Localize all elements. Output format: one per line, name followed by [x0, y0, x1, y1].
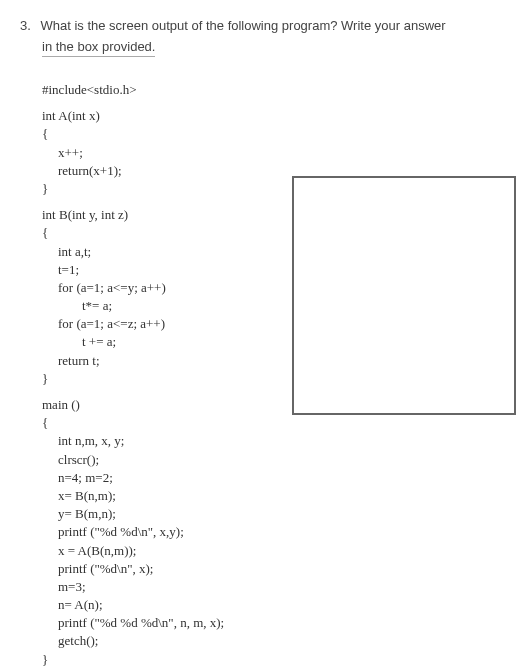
question-text: What is the screen output of the followi…: [40, 18, 445, 33]
code-line: x= B(n,m);: [42, 487, 512, 505]
question-number: 3.: [20, 18, 31, 33]
code-line: }: [42, 651, 512, 668]
code-line: {: [42, 125, 512, 143]
code-line: n= A(n);: [42, 596, 512, 614]
code-line: getch();: [42, 632, 512, 650]
code-line: m=3;: [42, 578, 512, 596]
code-block: #include<stdio.h> int A(int x) { x++; re…: [42, 81, 512, 668]
code-line: printf ("%d %d %d\n", n, m, x);: [42, 614, 512, 632]
code-line: x = A(B(n,m));: [42, 542, 512, 560]
code-line: #include<stdio.h>: [42, 81, 512, 99]
code-line: clrscr();: [42, 451, 512, 469]
question-header: 3. What is the screen output of the foll…: [20, 18, 512, 33]
code-line: x++;: [42, 144, 512, 162]
code-line: printf ("%d %d\n", x,y);: [42, 523, 512, 541]
code-line: int A(int x): [42, 107, 512, 125]
answer-box: [292, 176, 516, 415]
code-line: y= B(m,n);: [42, 505, 512, 523]
question-sub: in the box provided.: [42, 39, 155, 57]
code-line: {: [42, 414, 512, 432]
code-line: n=4; m=2;: [42, 469, 512, 487]
code-line: int n,m, x, y;: [42, 432, 512, 450]
code-line: printf ("%d\n", x);: [42, 560, 512, 578]
